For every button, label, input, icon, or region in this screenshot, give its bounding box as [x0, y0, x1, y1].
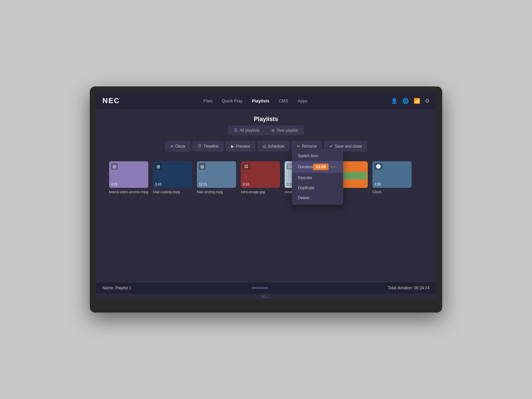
main-content: Playlists ☰ All playlists ⊕ New playlist… — [96, 109, 436, 282]
thumb-2: ▦ 12:01 — [197, 161, 236, 188]
close-icon: ✕ — [170, 144, 174, 149]
timeline-icon: ⏱ — [198, 144, 202, 149]
media-name-0: brand-video-promo.mpg — [109, 190, 148, 194]
duration-value[interactable]: 03:00 — [313, 164, 329, 170]
media-name-2: Hair-drying.mpg — [197, 190, 236, 194]
ctx-duplicate[interactable]: Duplicate — [292, 183, 343, 193]
playlist-header: Playlists — [106, 116, 426, 123]
nav-apps[interactable]: Apps — [298, 98, 308, 103]
ctx-reorder[interactable]: Reorder — [292, 173, 343, 183]
media-item-0[interactable]: ▦ 4:20 brand-video-promo.mpg — [109, 161, 148, 194]
clock-icon: 🕐 — [374, 163, 382, 170]
ctx-duration[interactable]: Duration 03:00 ➖ — [292, 161, 343, 173]
nav-files[interactable]: Files — [203, 98, 212, 103]
duration-minus-btn[interactable]: ➖ — [331, 164, 337, 170]
thumb-6: 🕐 2:00 — [372, 161, 412, 188]
timeline-button[interactable]: ⏱ Timeline — [193, 141, 223, 151]
context-menu: Switch item Duration 03:00 ➖ Reorder Dup… — [292, 149, 343, 205]
media-item-1[interactable]: ▦ 3:43 Hair-cutting.mpg — [153, 161, 192, 194]
save-icon: ✔ — [330, 144, 333, 149]
scroll-handle[interactable] — [251, 287, 268, 289]
logo: NEC — [102, 96, 120, 105]
ctx-switch-item[interactable]: Switch item — [292, 151, 343, 161]
thumb-3: 🖼 0:10 — [241, 161, 280, 188]
thumb-1: ▦ 3:43 — [153, 161, 192, 188]
preview-button[interactable]: ▶ Preview — [226, 141, 255, 151]
media-item-2[interactable]: ▦ 12:01 Hair-drying.mpg — [197, 161, 236, 194]
duration-1: 3:43 — [155, 183, 161, 186]
nec-footer: NEC — [96, 294, 436, 299]
schedule-button[interactable]: ◎ Schedule — [258, 141, 289, 151]
media-item-6[interactable]: 🕐 2:00 Clock — [372, 161, 412, 194]
rename-icon: ✏ — [297, 144, 300, 149]
duration-2: 12:01 — [199, 183, 207, 186]
video-icon-1: ▦ — [155, 163, 162, 170]
duration-6: 2:00 — [374, 183, 381, 186]
duration-input-row: 03:00 ➖ — [313, 164, 337, 170]
user-icon[interactable]: 👤 — [391, 98, 398, 104]
ctx-delete[interactable]: Delete — [292, 193, 343, 203]
nav-playlists[interactable]: Playlists — [252, 98, 269, 103]
monitor-screen: NEC Files Quick Play Playlists CMS Apps … — [96, 92, 436, 299]
gear-icon[interactable]: ⚙ — [425, 98, 430, 104]
plus-circle-icon: ⊕ — [271, 128, 275, 133]
media-name-6: Clock — [372, 190, 412, 194]
duration-0: 4:20 — [111, 183, 117, 186]
video-icon-2: ▦ — [199, 163, 205, 170]
video-icon: ▦ — [111, 163, 118, 170]
media-row: ▦ 4:20 brand-video-promo.mpg ▦ 3:43 Hair… — [106, 161, 426, 194]
list-icon: ☰ — [234, 128, 238, 133]
wifi-icon[interactable]: 📶 — [414, 98, 420, 104]
toolbar: ✕ Close ⏱ Timeline ▶ Preview ◎ Schedule … — [106, 141, 426, 151]
media-name-1: Hair-cutting.mpg — [153, 190, 192, 194]
media-name-3: intro-image.jpg — [241, 190, 280, 194]
total-duration: Total duration: 00:24:24 — [388, 286, 430, 290]
thumb-0: ▦ 4:20 — [109, 161, 148, 188]
top-nav: NEC Files Quick Play Playlists CMS Apps … — [96, 92, 436, 109]
close-button[interactable]: ✕ Close — [165, 141, 191, 151]
nav-quickplay[interactable]: Quick Play — [222, 98, 242, 103]
nav-cms[interactable]: CMS — [279, 98, 288, 103]
globe-icon[interactable]: 🌐 — [402, 98, 409, 104]
play-icon: ▶ — [231, 144, 234, 149]
nav-links: Files Quick Play Playlists CMS Apps — [203, 98, 308, 103]
page-title: Playlists — [254, 116, 278, 123]
all-playlists-tab[interactable]: ☰ All playlists — [228, 125, 265, 135]
schedule-icon: ◎ — [263, 144, 266, 149]
media-item-3[interactable]: 🖼 0:10 intro-image.jpg — [241, 161, 280, 194]
playlist-tabs: ☰ All playlists ⊕ New playlist — [106, 125, 426, 135]
duration-3: 0:10 — [243, 183, 249, 186]
bottom-bar: Name: Playlist 1 Total duration: 00:24:2… — [96, 282, 436, 294]
monitor-outer: NEC Files Quick Play Playlists CMS Apps … — [90, 86, 442, 313]
nav-icons: 👤 🌐 📶 ⚙ — [391, 98, 430, 104]
playlist-name: Name: Playlist 1 — [102, 286, 131, 290]
image-icon-3: 🖼 — [243, 163, 250, 170]
new-playlist-tab[interactable]: ⊕ New playlist — [265, 125, 304, 135]
